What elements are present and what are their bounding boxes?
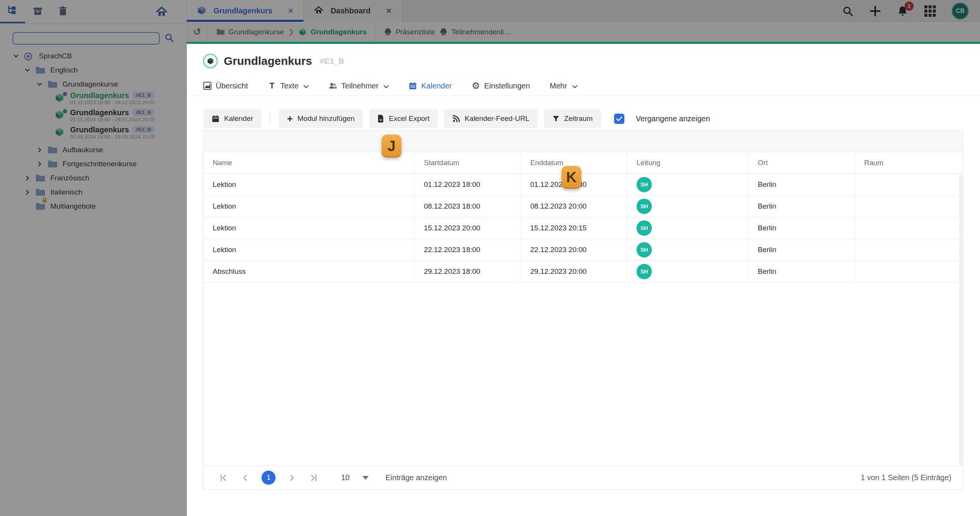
cell-ort: Berlin: [749, 196, 855, 217]
course-nav-tabs: Übersicht T Texte Teilnehmer Kalender: [187, 76, 980, 96]
cell-enddatum: 22.12.2023 20:00: [521, 239, 627, 260]
cell-name: Lektion: [204, 217, 415, 239]
keyboard-hint-k[interactable]: K: [561, 166, 581, 189]
page-title: Grundlagenkurs: [224, 55, 312, 68]
cell-enddatum: 29.12.2023 20:00: [521, 261, 627, 282]
chevron-down-icon: [383, 82, 389, 90]
gear-icon: ⚙: [472, 82, 480, 90]
cell-startdatum: 22.12.2023 18:00: [415, 239, 521, 260]
cell-startdatum: 08.12.2023 18:00: [415, 196, 521, 217]
chevron-down-icon: [572, 82, 577, 90]
course-cube-icon: [203, 54, 218, 68]
page-header: Grundlagenkurs #E1_B: [203, 54, 344, 68]
cell-leitung: SH: [627, 261, 749, 282]
funnel-icon: [552, 115, 560, 122]
tab-texte[interactable]: T Texte: [268, 82, 309, 90]
leader-avatar[interactable]: SH: [637, 177, 652, 192]
cell-raum: [855, 261, 963, 282]
cell-raum: [855, 196, 963, 217]
pagination-controls: 1: [219, 471, 318, 485]
tab-label: Mehr: [550, 82, 567, 90]
plus-icon: +: [287, 115, 293, 122]
excel-file-icon: x: [377, 114, 384, 123]
column-header-leitung[interactable]: Leitung: [627, 152, 749, 174]
tab-label: Teilnehmer: [341, 82, 379, 90]
tab-teilnehmer[interactable]: Teilnehmer: [329, 82, 389, 90]
column-header-raum[interactable]: Raum: [855, 152, 963, 174]
vergangene-anzeigen-checkbox[interactable]: [614, 114, 624, 124]
keyboard-hint-j[interactable]: J: [382, 135, 401, 158]
tab-uebersicht[interactable]: Übersicht: [203, 82, 248, 90]
cell-raum: [855, 174, 963, 195]
calendar-icon: [212, 115, 220, 123]
main-content: Grundlagenkurs #E1_B Übersicht T Texte T…: [187, 44, 980, 516]
cell-name: Lektion: [204, 174, 415, 195]
cell-ort: Berlin: [749, 239, 855, 260]
rss-icon: [452, 115, 460, 122]
checkbox-label[interactable]: Vergangene anzeigen: [636, 114, 710, 123]
leader-avatar[interactable]: SH: [637, 264, 652, 279]
column-header-startdatum[interactable]: Startdatum: [415, 152, 521, 174]
button-label: Excel Export: [389, 114, 430, 123]
tab-label: Übersicht: [216, 82, 248, 90]
next-page-button[interactable]: [287, 473, 297, 483]
column-header-ort[interactable]: Ort: [749, 152, 855, 174]
leader-avatar[interactable]: SH: [637, 220, 652, 236]
cell-leitung: SH: [627, 239, 749, 260]
excel-export-button[interactable]: x Excel Export: [369, 109, 438, 128]
dropdown-arrow-icon: [362, 476, 369, 480]
kalender-button[interactable]: Kalender: [203, 109, 261, 128]
chart-icon: [203, 82, 212, 90]
modul-hinzufuegen-button[interactable]: + Modul hinzufügen: [279, 109, 363, 128]
calendar-toolbar: Kalender + Modul hinzufügen x Excel Expo…: [203, 109, 710, 128]
cell-leitung: SH: [627, 174, 749, 195]
table-empty-area: [204, 283, 963, 466]
kalender-feed-url-button[interactable]: Kalender-Feed-URL: [444, 109, 538, 128]
tab-einstellungen[interactable]: ⚙ Einstellungen: [472, 82, 530, 90]
chevron-down-icon: [303, 82, 309, 90]
button-label: Kalender: [224, 114, 253, 123]
check-icon: [616, 116, 622, 121]
current-page-button[interactable]: 1: [261, 471, 276, 485]
zeitraum-button[interactable]: Zeitraum: [544, 109, 601, 128]
table-top-strip: [204, 131, 963, 152]
page-size-select[interactable]: 10: [341, 473, 369, 482]
topbar-dim-overlay: [187, 0, 980, 42]
table-row[interactable]: Lektion 15.12.2023 20:00 15.12.2023 20:1…: [204, 217, 963, 239]
tab-kalender[interactable]: Kalender: [409, 82, 452, 90]
tab-label: Texte: [280, 82, 298, 90]
page-size-value: 10: [341, 473, 350, 482]
cell-name: Lektion: [204, 196, 415, 217]
cell-startdatum: 15.12.2023 20:00: [415, 217, 521, 239]
tab-label: Kalender: [421, 82, 452, 90]
cell-ort: Berlin: [749, 261, 855, 282]
cell-startdatum: 01.12.2023 18:00: [415, 174, 521, 195]
button-label: Kalender-Feed-URL: [465, 114, 529, 123]
leader-avatar[interactable]: SH: [637, 242, 652, 257]
table-row[interactable]: Lektion 22.12.2023 18:00 22.12.2023 20:0…: [204, 239, 963, 261]
leader-avatar[interactable]: SH: [637, 199, 652, 214]
calendar-table-card: Name Startdatum Enddatum Leitung Ort Rau…: [203, 130, 963, 490]
previous-page-button[interactable]: [240, 473, 250, 483]
cell-raum: [855, 239, 963, 260]
table-header-row: Name Startdatum Enddatum Leitung Ort Rau…: [204, 152, 963, 174]
sidebar-dim-overlay: [0, 0, 187, 516]
cell-name: Lektion: [204, 239, 415, 260]
pagination-summary: 1 von 1 Seiten (5 Einträge): [861, 473, 951, 482]
cell-startdatum: 29.12.2023 18:00: [415, 261, 521, 282]
table-row[interactable]: Abschluss 29.12.2023 18:00 29.12.2023 20…: [204, 261, 963, 283]
first-page-button[interactable]: [219, 473, 229, 483]
text-icon: T: [268, 82, 276, 90]
page-size-label: Einträge anzeigen: [385, 473, 447, 482]
divider: [270, 112, 270, 125]
button-label: Modul hinzufügen: [297, 114, 354, 123]
table-scrollbar-gutter[interactable]: [959, 174, 962, 466]
table-row[interactable]: Lektion 08.12.2023 18:00 08.12.2023 20:0…: [204, 196, 963, 217]
tab-label: Einstellungen: [484, 82, 530, 90]
cell-raum: [855, 217, 963, 239]
last-page-button[interactable]: [308, 473, 318, 483]
tab-mehr[interactable]: Mehr: [550, 82, 577, 90]
cell-enddatum: 15.12.2023 20:15: [521, 217, 627, 239]
table-row[interactable]: Lektion 01.12.2023 18:00 01.12.2023 20:3…: [204, 174, 963, 196]
pagination-bar: 1 10 Einträge anzeigen 1 von 1 Seiten (5…: [204, 466, 963, 489]
